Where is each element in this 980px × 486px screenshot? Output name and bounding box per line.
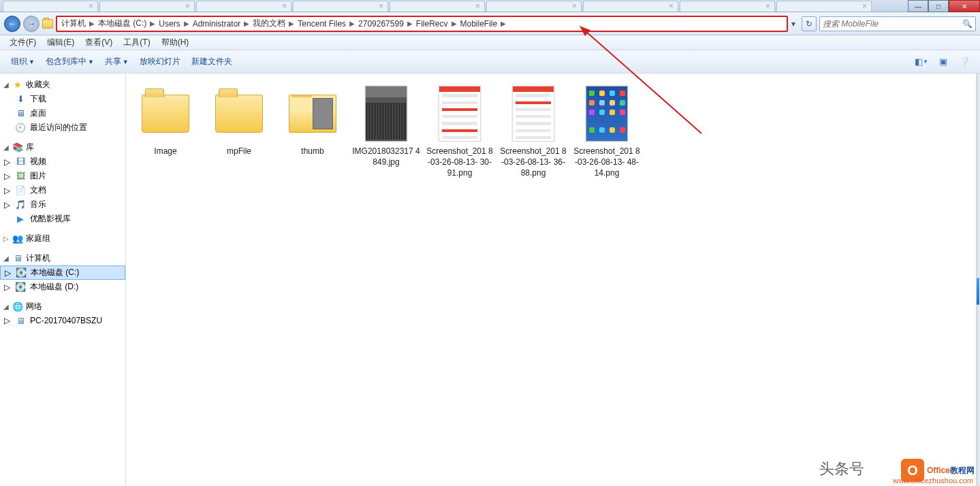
organize-button[interactable]: 组织 ▼ (7, 53, 39, 70)
sidebar-network[interactable]: ◢🌐网络 (0, 299, 125, 314)
browser-tab[interactable]: × (776, 1, 872, 12)
folder-item[interactable]: thumb (276, 80, 349, 182)
browser-tab[interactable]: × (486, 1, 582, 12)
browser-tab[interactable]: × (680, 1, 775, 12)
scrollbar-track[interactable] (976, 74, 980, 486)
new-folder-button[interactable]: 新建文件夹 (187, 53, 236, 70)
chevron-right-icon[interactable]: ▶ (87, 20, 97, 27)
sidebar-favorites[interactable]: ◢★收藏夹 (0, 78, 125, 92)
breadcrumb-item[interactable]: 2709267599 (357, 19, 405, 29)
expand-icon[interactable]: ▷ (4, 282, 11, 292)
tab-close-icon[interactable]: × (379, 1, 383, 11)
breadcrumb-item[interactable]: FileRecv (415, 19, 449, 29)
sidebar-libraries[interactable]: ◢📚库 (0, 140, 125, 155)
sidebar-videos[interactable]: ▷🎞视频 (0, 155, 125, 169)
breadcrumb-item[interactable]: Administrator (191, 19, 242, 29)
close-button[interactable]: ✕ (949, 0, 980, 12)
sidebar-drive-c[interactable]: ▷💽本地磁盘 (C:) (0, 265, 125, 280)
preview-pane-icon[interactable]: ▣ (935, 55, 951, 69)
sidebar-documents[interactable]: ▷📄文档 (0, 183, 125, 197)
file-list[interactable]: Image mpFile thumb IMG2018032317 4849.jp… (126, 74, 980, 486)
image-item[interactable]: IMG2018032317 4849.jpg (349, 80, 423, 182)
tab-close-icon[interactable]: × (669, 1, 674, 11)
menu-file[interactable]: 文件(F) (4, 35, 42, 50)
folder-item[interactable]: Image (129, 80, 202, 182)
collapse-icon[interactable]: ◢ (3, 303, 10, 310)
browser-tab[interactable]: × (99, 1, 195, 12)
chevron-right-icon[interactable]: ▶ (347, 20, 357, 27)
sidebar-computer[interactable]: ◢🖥计算机 (0, 251, 125, 265)
breadcrumb-item[interactable]: Tencent Files (296, 19, 347, 29)
address-dropdown-icon[interactable]: ▾ (788, 19, 799, 29)
tab-close-icon[interactable]: × (185, 1, 190, 11)
view-options-icon[interactable]: ◧ ▼ (913, 55, 930, 69)
breadcrumb-item[interactable]: 本地磁盘 (C:) (97, 18, 148, 29)
browser-tab[interactable]: × (583, 1, 678, 12)
chevron-right-icon[interactable]: ▶ (405, 20, 415, 27)
image-item[interactable]: Screenshot_201 8-03-26-08-13- 30-91.png (423, 80, 496, 182)
tab-close-icon[interactable]: × (89, 1, 93, 11)
expand-icon[interactable]: ▷ (5, 268, 12, 278)
tab-close-icon[interactable]: × (282, 1, 287, 11)
breadcrumb-item[interactable]: 计算机 (60, 18, 87, 29)
expand-icon[interactable]: ▷ (3, 235, 10, 242)
menu-view[interactable]: 查看(V) (80, 35, 118, 50)
search-input[interactable] (823, 19, 962, 29)
browser-tab[interactable]: × (196, 1, 291, 12)
sidebar-homegroup[interactable]: ▷👥家庭组 (0, 231, 125, 246)
image-item[interactable]: Screenshot_201 8-03-26-08-13- 36-88.png (496, 80, 570, 182)
breadcrumb-bar[interactable]: 计算机▶ 本地磁盘 (C:)▶ Users▶ Administrator▶ 我的… (56, 16, 788, 32)
watermark-url: www.officezhushou.com (893, 476, 973, 485)
sidebar-desktop[interactable]: 🖥桌面 (0, 106, 125, 120)
sidebar-pictures[interactable]: ▷🖼图片 (0, 169, 125, 183)
browser-tab[interactable]: × (293, 1, 388, 12)
help-icon[interactable]: ❔ (957, 55, 973, 69)
sidebar-drive-d[interactable]: ▷💽本地磁盘 (D:) (0, 280, 125, 294)
collapse-icon[interactable]: ◢ (3, 144, 10, 151)
tab-close-icon[interactable]: × (765, 1, 770, 11)
refresh-button[interactable]: ↻ (802, 16, 817, 31)
collapse-icon[interactable]: ◢ (3, 255, 10, 262)
back-button[interactable]: ← (4, 16, 20, 32)
expand-icon[interactable]: ▷ (4, 172, 11, 181)
sidebar-downloads[interactable]: ⬇下载 (0, 92, 125, 106)
sidebar-music[interactable]: ▷🎵音乐 (0, 197, 125, 212)
chevron-right-icon[interactable]: ▶ (242, 20, 251, 27)
chevron-right-icon[interactable]: ▶ (148, 20, 157, 27)
tab-close-icon[interactable]: × (862, 1, 867, 11)
browser-tab[interactable]: × (390, 1, 485, 12)
expand-icon[interactable]: ▷ (4, 186, 11, 195)
slideshow-button[interactable]: 放映幻灯片 (136, 53, 185, 70)
sidebar-youku[interactable]: ▶优酷影视库 (0, 212, 125, 226)
maximize-button[interactable]: □ (928, 0, 949, 12)
search-box[interactable]: 🔍 (819, 16, 976, 31)
chevron-right-icon[interactable]: ▶ (499, 20, 508, 27)
expand-icon[interactable]: ▷ (4, 157, 11, 167)
expand-icon[interactable]: ▷ (4, 200, 11, 210)
share-button[interactable]: 共享 ▼ (101, 53, 133, 70)
include-library-button[interactable]: 包含到库中 ▼ (42, 53, 98, 70)
search-icon[interactable]: 🔍 (962, 19, 973, 29)
breadcrumb-item[interactable]: MobileFile (459, 19, 499, 29)
youku-icon: ▶ (15, 214, 26, 225)
scrollbar-handle[interactable] (977, 278, 979, 305)
browser-tab[interactable]: × (3, 1, 98, 12)
breadcrumb-item[interactable]: Users (157, 19, 181, 29)
chevron-right-icon[interactable]: ▶ (182, 20, 191, 27)
breadcrumb-item[interactable]: 我的文档 (251, 18, 287, 29)
menu-tools[interactable]: 工具(T) (118, 35, 155, 50)
image-item[interactable]: Screenshot_201 8-03-26-08-13- 48-14.png (570, 80, 644, 182)
tab-close-icon[interactable]: × (475, 1, 480, 11)
forward-button[interactable]: → (23, 16, 39, 32)
chevron-right-icon[interactable]: ▶ (449, 20, 459, 27)
sidebar-network-pc[interactable]: ▷🖥PC-20170407BSZU (0, 314, 125, 327)
folder-item[interactable]: mpFile (202, 80, 276, 182)
sidebar-recent[interactable]: 🕘最近访问的位置 (0, 120, 125, 135)
menu-edit[interactable]: 编辑(E) (42, 35, 80, 50)
chevron-right-icon[interactable]: ▶ (287, 20, 296, 27)
menu-help[interactable]: 帮助(H) (156, 35, 195, 50)
minimize-button[interactable]: — (908, 0, 928, 12)
expand-icon[interactable]: ▷ (4, 316, 11, 325)
tab-close-icon[interactable]: × (572, 1, 577, 11)
collapse-icon[interactable]: ◢ (3, 81, 10, 88)
